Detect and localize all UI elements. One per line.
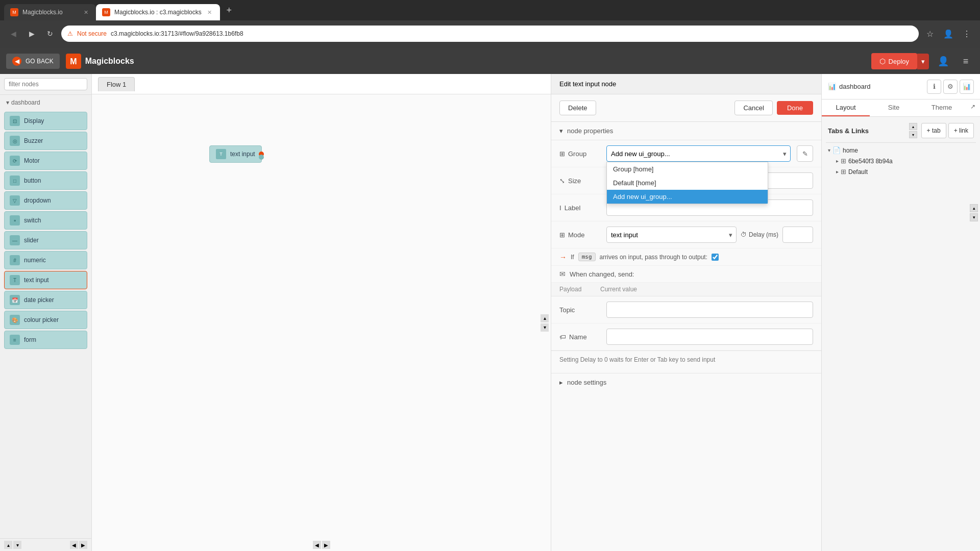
tab-layout[interactable]: Layout [822, 99, 870, 116]
delete-button[interactable]: Delete [559, 101, 596, 115]
node-properties-section-header[interactable]: ▾ node properties [551, 122, 821, 140]
mode-select-wrapper: text input ▾ [606, 227, 737, 243]
sidebar-node-numeric[interactable]: # numeric [4, 251, 87, 269]
dropdown-item-default-home[interactable]: Default [home] [607, 176, 768, 190]
sidebar-bottom-left[interactable]: ◀ [70, 541, 78, 549]
gear-button[interactable]: ⚙ [943, 80, 958, 94]
mode-icon: ⊞ [559, 231, 565, 239]
info-button[interactable]: ℹ [927, 80, 941, 94]
flow-canvas-area[interactable]: T text input ▴ ▾ ◀ ▶ [92, 94, 551, 551]
name-input[interactable] [606, 329, 813, 345]
sidebar-node-date-picker[interactable]: 📅 date picker [4, 291, 87, 309]
flow-tab-1[interactable]: Flow 1 [98, 77, 135, 91]
dropdown-item-group-home[interactable]: Group [home] [607, 162, 768, 176]
tab-1-close[interactable]: ✕ [82, 8, 90, 16]
pass-through-checkbox[interactable] [712, 254, 719, 261]
tree-item-home[interactable]: ▾ 📄 home [826, 145, 976, 156]
canvas-scroll-h-arrows: ◀ ▶ [313, 541, 330, 549]
app: ◀ GO BACK M Magicblocks ⬡ Deploy ▾ 👤 ≡ [0, 48, 980, 551]
menu-button[interactable]: ⋮ [960, 27, 974, 41]
brand-logo: M Magicblocks [66, 54, 134, 69]
deploy-button[interactable]: ⬡ Deploy [871, 53, 917, 69]
name-row: 🏷 Name [551, 323, 821, 350]
sidebar-nodes-list: ▾ dashboard ⊡ Display ◎ Buzzer ⟳ Motor [0, 95, 91, 538]
payload-header: Payload Current value [551, 283, 821, 296]
tab-2-title: Magicblocks.io : c3.magicblocks [114, 9, 202, 16]
address-bar[interactable]: ⚠ Not secure c3.magicblocks.io:31713/#fl… [61, 26, 919, 42]
deploy-dropdown-button[interactable]: ▾ [917, 54, 929, 69]
tab-2-close[interactable]: ✕ [206, 8, 214, 16]
topic-label: Topic [559, 306, 600, 314]
sidebar-node-switch[interactable]: ⚬ switch [4, 211, 87, 230]
delay-input[interactable]: 300 [782, 227, 813, 243]
search-input[interactable] [4, 78, 87, 90]
pass-through-text: arrives on input, pass through to output… [600, 254, 707, 261]
canvas-scroll-left[interactable]: ◀ [313, 541, 321, 549]
forward-button[interactable]: ▶ [24, 27, 39, 41]
sidebar-section-header-dashboard[interactable]: ▾ dashboard [0, 97, 91, 108]
size-label: ⤡ Size [559, 177, 600, 185]
sidebar-node-motor[interactable]: ⟳ Motor [4, 152, 87, 170]
tab-site[interactable]: Site [870, 99, 918, 116]
tree-area: Tabs & Links ▴ ▾ + tab + link ▾ 📄 home [822, 117, 980, 551]
group-select[interactable]: Group [home] Default [home] Add new ui_g… [606, 145, 791, 162]
sidebar-scroll-up[interactable]: ▴ [4, 541, 12, 549]
canvas-scroll-down[interactable]: ▾ [541, 323, 549, 332]
cancel-button[interactable]: Cancel [734, 101, 772, 115]
chart-button[interactable]: 📊 [960, 80, 974, 94]
sidebar-node-slider[interactable]: — slider [4, 231, 87, 249]
sidebar-section-label: dashboard [11, 99, 40, 106]
sidebar-bottom-right[interactable]: ▶ [79, 541, 87, 549]
edit-panel-body: ▾ node properties ⊞ Group Group [home] D… [551, 122, 821, 551]
security-warning-icon: ⚠ [67, 30, 73, 37]
profile-button[interactable]: 👤 [941, 27, 955, 41]
reload-button[interactable]: ↻ [43, 27, 57, 41]
canvas-text-input-node[interactable]: T text input [209, 145, 262, 163]
topic-input[interactable] [606, 302, 813, 318]
display-node-label: Display [24, 117, 44, 124]
tag-icon: 🏷 [559, 333, 566, 341]
external-link-icon[interactable]: ↗ [966, 99, 980, 114]
canvas-scroll-up[interactable]: ▴ [541, 314, 549, 322]
tree-scroll-down-button[interactable]: ▾ [909, 131, 917, 138]
tree-item-default-label: Default [848, 168, 868, 176]
new-tab-button[interactable]: + [222, 3, 236, 17]
tree-item-default[interactable]: ▸ ⊞ Default [834, 166, 976, 177]
sidebar-scroll-down[interactable]: ▾ [13, 541, 21, 549]
dropdown-item-add-new[interactable]: Add new ui_group... [607, 190, 768, 204]
browser-tab-2[interactable]: M Magicblocks.io : c3.magicblocks ✕ [96, 4, 220, 20]
tree-scroll-up-button[interactable]: ▴ [909, 123, 917, 130]
hamburger-menu-button[interactable]: ≡ [958, 53, 974, 69]
sidebar-node-form[interactable]: ≡ form [4, 331, 87, 349]
chevron-right-icon: ▸ [836, 169, 839, 174]
back-button[interactable]: ◀ [6, 27, 20, 41]
tabs-links-header-row: Tabs & Links ▴ ▾ + tab + link [826, 121, 976, 143]
go-back-button[interactable]: ◀ GO BACK [6, 54, 60, 69]
sidebar-node-dropdown[interactable]: ▽ dropdown [4, 191, 87, 210]
node-settings-section-header[interactable]: ▸ node settings [551, 373, 821, 391]
sidebar-node-button[interactable]: □ button [4, 171, 87, 190]
tree-item-6be540f3[interactable]: ▸ ⊞ 6be540f3 8b94a [834, 156, 976, 166]
bookmark-button[interactable]: ☆ [923, 27, 937, 41]
add-link-button[interactable]: + link [948, 123, 974, 138]
dashboard-label: 📊 dashboard [828, 83, 923, 90]
tab-theme[interactable]: Theme [918, 99, 966, 116]
right-sidebar-scroll-up[interactable]: ▴ [970, 204, 978, 212]
sidebar-node-colour-picker[interactable]: 🎨 colour picker [4, 311, 87, 329]
user-icon-button[interactable]: 👤 [935, 53, 951, 69]
go-back-label: GO BACK [26, 58, 54, 65]
canvas-node-icon: T [216, 149, 226, 159]
edit-actions: Delete Cancel Done [551, 94, 821, 122]
mode-controls: text input ▾ ⏱ Delay (ms) 300 [606, 227, 813, 243]
arrow-right-icon: → [559, 253, 567, 261]
sidebar-node-buzzer[interactable]: ◎ Buzzer [4, 132, 87, 150]
sidebar-node-display[interactable]: ⊡ Display [4, 112, 87, 130]
browser-tab-1[interactable]: M Magicblocks.io ✕ [4, 4, 96, 20]
canvas-scroll-right[interactable]: ▶ [322, 541, 330, 549]
group-edit-button[interactable]: ✎ [797, 145, 813, 162]
sidebar-node-text-input[interactable]: T text input [4, 271, 87, 289]
done-button[interactable]: Done [777, 101, 813, 115]
right-sidebar-scroll-down[interactable]: ▾ [970, 213, 978, 221]
mode-select[interactable]: text input [606, 227, 737, 243]
add-tab-button[interactable]: + tab [921, 123, 946, 138]
